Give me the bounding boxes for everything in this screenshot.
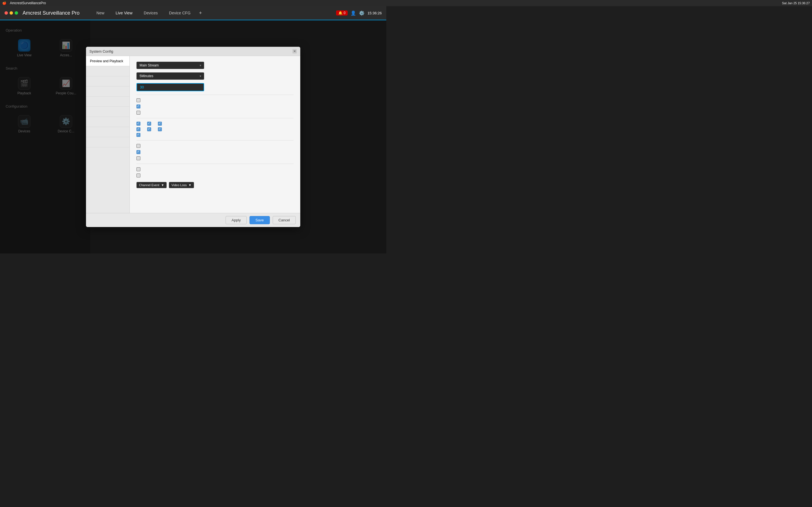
cb-item-m7 [137, 133, 140, 137]
checkbox-1-1[interactable] [137, 98, 140, 102]
separator-4 [137, 164, 294, 164]
separator-1 [137, 95, 294, 95]
cb2-row-2 [137, 150, 294, 154]
cb-item-m1 [137, 122, 140, 126]
time-dropdown[interactable]: 5Minutes 10Minutes 15Minutes 30Minutes [137, 72, 204, 80]
checkbox-section-1 [137, 98, 294, 115]
checkbox-section-multi [137, 122, 294, 137]
nav-tabs: New Live View Devices Device CFG + [91, 6, 205, 20]
minimize-button[interactable] [10, 11, 13, 15]
video-loss-label: Video Loss [171, 183, 187, 187]
apply-button[interactable]: Apply [225, 216, 247, 224]
checkbox-section-3 [137, 167, 294, 177]
cb-item-m4 [137, 127, 140, 131]
tab-new[interactable]: New [91, 6, 110, 20]
app-menu-name: AmcrestSurveillancePro [10, 1, 46, 5]
stream-dropdown[interactable]: Main Stream Sub Stream [137, 62, 204, 69]
tab-liveview[interactable]: Live View [110, 6, 138, 20]
modal-overlay: System Config ✕ Preview and Playback [0, 20, 386, 253]
cb-multi-1-2[interactable] [147, 122, 151, 126]
cb-item-m2 [147, 122, 151, 126]
time-dropdown-container: 5Minutes 10Minutes 15Minutes 30Minutes ▼ [137, 72, 204, 80]
tab-devices[interactable]: Devices [138, 6, 163, 20]
video-loss-dropdown[interactable]: Video Loss ▼ [169, 182, 194, 188]
checkbox-1-2[interactable] [137, 105, 140, 108]
time-form-row: 5Minutes 10Minutes 15Minutes 30Minutes ▼ [137, 72, 294, 80]
checkbox-2-1[interactable] [137, 144, 140, 148]
multi-cb-row-3 [137, 133, 294, 137]
checkbox-1-3[interactable] [137, 111, 140, 115]
separator-3 [137, 140, 294, 140]
titlebar-controls: 🔔 0 👤 ⚙️ 15:36:26 [336, 10, 382, 16]
modal-sidebar-item-5[interactable] [86, 97, 130, 107]
video-loss-arrow: ▼ [188, 183, 192, 187]
cb-row-1 [137, 98, 294, 102]
time-display: 15:36:26 [367, 11, 382, 15]
cb-item-m5 [147, 127, 151, 131]
modal-sidebar-item-preview[interactable]: Preview and Playback [86, 56, 130, 66]
channel-event-dropdown[interactable]: Channel Event ▼ [137, 182, 167, 188]
close-button[interactable] [4, 11, 8, 15]
cb-row-3 [137, 111, 294, 115]
app-title: Amcrest Surveillance Pro [22, 10, 80, 16]
maximize-button[interactable] [15, 11, 18, 15]
modal-sidebar-item-8[interactable] [86, 127, 130, 137]
checkbox-2-2[interactable] [137, 150, 140, 154]
channel-event-label: Channel Event [139, 183, 159, 187]
modal-bottom-bar: Channel Event ▼ Video Loss ▼ [137, 182, 294, 188]
system-config-modal: System Config ✕ Preview and Playback [86, 47, 300, 227]
alert-badge[interactable]: 🔔 0 [336, 10, 348, 15]
cb2-row-3 [137, 156, 294, 160]
save-button[interactable]: Save [250, 216, 270, 224]
number-input[interactable] [137, 83, 204, 91]
checkbox-section-2 [137, 144, 294, 160]
cb-item-m3 [158, 122, 162, 126]
stream-dropdown-container: Main Stream Sub Stream ▼ [137, 62, 204, 69]
cb3-row-1 [137, 167, 294, 171]
titlebar: Amcrest Surveillance Pro New Live View D… [0, 6, 386, 20]
cb3-row-2 [137, 173, 294, 177]
modal-sidebar: Preview and Playback [86, 56, 130, 213]
separator-2 [137, 118, 294, 118]
number-form-row [137, 83, 294, 91]
cb-multi-1-1[interactable] [137, 122, 140, 126]
modal-body: Preview and Playback [86, 56, 300, 213]
modal-sidebar-item-9[interactable] [86, 137, 130, 147]
menubar: 🍎 AmcrestSurveillancePro Sat Jan 25 15:3… [0, 0, 406, 6]
checkbox-2-3[interactable] [137, 156, 140, 160]
modal-sidebar-item-7[interactable] [86, 117, 130, 127]
checkbox-3-1[interactable] [137, 167, 140, 171]
add-tab-button[interactable]: + [196, 10, 205, 16]
main-content: Operation 🔵 Live View 📊 Acces... Search … [0, 20, 386, 253]
stream-form-row: Main Stream Sub Stream ▼ [137, 62, 294, 69]
user-icon[interactable]: 👤 [350, 10, 356, 16]
modal-sidebar-item-2[interactable] [86, 66, 130, 76]
cb2-row-1 [137, 144, 294, 148]
modal-footer: Apply Save Cancel [86, 213, 300, 227]
cb-item-m6 [158, 127, 162, 131]
cb-multi-2-1[interactable] [137, 127, 140, 131]
modal-sidebar-item-3[interactable] [86, 76, 130, 87]
cb-multi-2-3[interactable] [158, 127, 162, 131]
tab-devicecfg[interactable]: Device CFG [163, 6, 196, 20]
cb-multi-2-2[interactable] [147, 127, 151, 131]
apple-menu[interactable]: 🍎 [2, 1, 6, 5]
channel-event-arrow: ▼ [161, 183, 164, 187]
bell-icon: 🔔 [338, 11, 343, 15]
modal-sidebar-item-4[interactable] [86, 87, 130, 97]
cb-multi-3-1[interactable] [137, 133, 140, 137]
app-window: Amcrest Surveillance Pro New Live View D… [0, 6, 386, 253]
checkbox-3-2[interactable] [137, 173, 140, 177]
multi-cb-row-2 [137, 127, 294, 131]
modal-titlebar: System Config ✕ [86, 47, 300, 56]
cb-multi-1-3[interactable] [158, 122, 162, 126]
multi-cb-row-1 [137, 122, 294, 126]
cb-row-2 [137, 105, 294, 108]
alert-count: 0 [344, 11, 346, 15]
settings-icon[interactable]: ⚙️ [359, 10, 364, 16]
modal-title: System Config [89, 49, 113, 54]
traffic-lights [4, 11, 18, 15]
modal-close-button[interactable]: ✕ [292, 49, 297, 54]
cancel-button[interactable]: Cancel [273, 216, 296, 224]
modal-sidebar-item-6[interactable] [86, 107, 130, 117]
